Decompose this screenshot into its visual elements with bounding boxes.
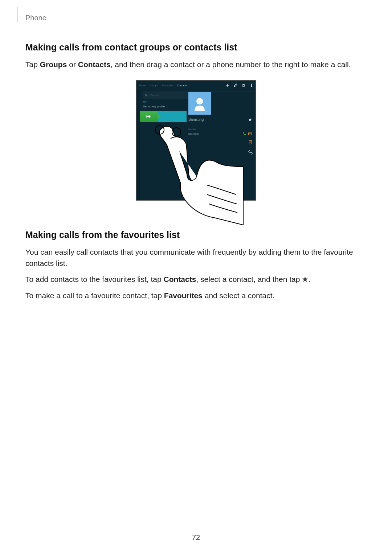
tab-phone: Phone [139,84,146,87]
star-icon [302,275,308,281]
text: , select a contact, and then tap [196,275,302,283]
tab-favourites: Favourites [162,84,173,87]
tab-contacts: Contacts [177,84,187,87]
message-icon [248,132,252,136]
svg-point-5 [196,98,203,104]
more-icon [250,83,253,87]
svg-point-3 [146,94,147,96]
svg-point-0 [251,84,252,85]
text: To make a call to a favourite contact, t… [25,291,164,300]
header-divider [17,7,17,22]
text: and select a contact. [203,291,274,300]
trash-icon [242,83,245,87]
text: Tap [25,60,40,69]
bold-contacts-2: Contacts [164,275,196,283]
phone-icon [242,132,246,136]
avatar-icon [192,96,207,111]
action-column [248,139,253,154]
svg-point-6 [198,100,199,101]
section2-paragraph2: To add contacts to the favourites list, … [25,274,367,285]
tab-icon-group [226,83,253,87]
illustration-container: Phone Groups Favourites Contacts •••••••… [25,80,367,201]
contact-name-row: Samsung [188,118,256,122]
link-icon [248,149,253,154]
phone-number-row: 00-0000 [188,132,256,136]
header-section-label: Phone [25,14,46,22]
avatar [188,92,211,115]
tab-bar: Phone Groups Favourites Contacts [136,81,256,90]
contact-name: Samsung [188,118,204,122]
swipe-call-indicator [140,111,158,122]
device-screenshot: Phone Groups Favourites Contacts •••••••… [136,80,256,201]
text: To add contacts to the favourites list, … [25,275,164,283]
search-placeholder: Search [150,94,159,97]
bold-favourites: Favourites [164,291,203,300]
alpha-scroll-rail: •••••••• [136,90,140,200]
section-heading-groups-contacts: Making calls from contact groups or cont… [25,42,367,53]
svg-point-2 [251,86,252,87]
contact-detail-pane: Samsung Mobile 00-0000 [188,92,256,200]
text: or [67,60,78,69]
section1-paragraph: Tap Groups or Contacts, and then drag a … [25,59,367,70]
phone-type-label: Mobile [188,128,256,131]
star-icon [248,118,252,122]
bold-contacts: Contacts [78,60,111,69]
text: . [308,275,310,283]
phone-number: 00-0000 [188,132,199,136]
pencil-icon [234,83,237,87]
svg-rect-4 [146,115,147,118]
tab-groups: Groups [150,84,158,87]
search-icon [145,94,148,97]
call-arrow-icon [146,113,152,120]
swipe-teal-area [158,111,187,122]
svg-point-1 [251,85,252,86]
sms-icon [248,139,253,144]
section-heading-favourites: Making calls from the favourites list [25,230,367,240]
plus-icon [226,83,229,87]
text: , and then drag a contact or a phone num… [111,60,351,69]
section2-paragraph3: To make a call to a favourite contact, t… [25,290,367,301]
svg-point-7 [201,100,201,101]
bold-groups: Groups [40,60,67,69]
page-number: 72 [0,533,392,542]
svg-rect-10 [250,141,252,143]
section2-paragraph1: You can easily call contacts that you co… [25,247,367,269]
